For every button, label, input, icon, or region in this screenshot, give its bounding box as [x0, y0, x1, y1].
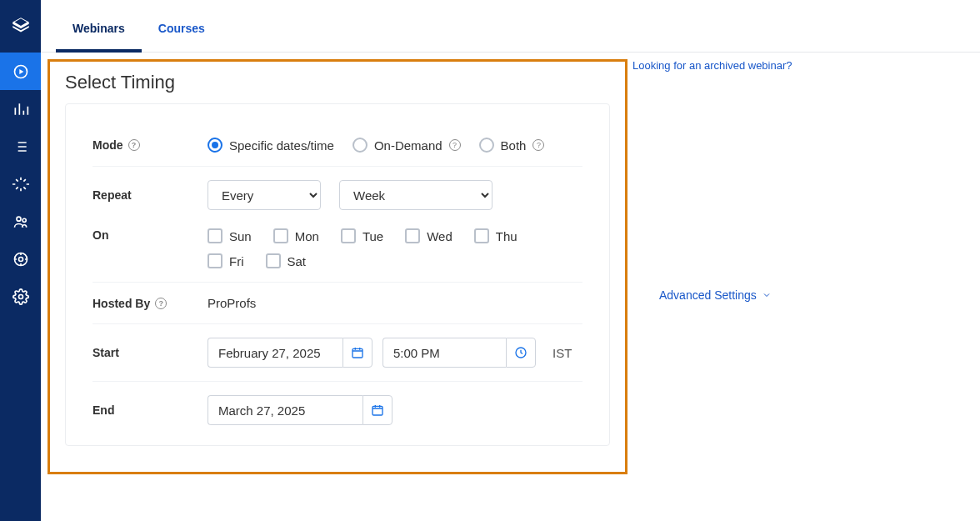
day-thu-label: Thu: [496, 229, 518, 243]
svg-point-2: [22, 218, 26, 222]
advanced-settings-toggle[interactable]: Advanced Settings: [659, 69, 772, 521]
start-time-input[interactable]: [382, 338, 506, 368]
days-of-week: Sun Mon Tue Wed Thu Fri Sat: [208, 228, 582, 268]
day-sun-label: Sun: [229, 229, 252, 243]
day-thu[interactable]: Thu: [474, 228, 518, 243]
timezone-label: IST: [552, 346, 572, 360]
body: Select Timing Mode ? Specific dates/time: [41, 53, 980, 521]
checkbox[interactable]: [405, 228, 420, 243]
svg-rect-6: [352, 348, 362, 358]
clock-icon[interactable]: [506, 338, 536, 368]
radio-both-label: Both: [501, 138, 527, 153]
repeat-controls: Every Week: [208, 180, 582, 210]
help-icon[interactable]: ?: [449, 139, 461, 151]
day-wed-label: Wed: [427, 229, 452, 243]
start-date-group: [208, 338, 372, 368]
rail-item-play[interactable]: [0, 53, 41, 90]
label-end: End: [92, 403, 208, 417]
icon-rail: [0, 0, 41, 521]
help-icon[interactable]: ?: [128, 139, 140, 151]
day-sat[interactable]: Sat: [266, 253, 307, 268]
archived-webinar-link[interactable]: Looking for an archived webinar?: [632, 59, 792, 72]
row-start: Start: [92, 324, 582, 382]
calendar-icon[interactable]: [362, 395, 392, 425]
chevron-down-icon: [762, 290, 772, 300]
checkbox[interactable]: [273, 228, 288, 243]
rail-item-integrations[interactable]: [0, 165, 41, 203]
day-fri[interactable]: Fri: [208, 253, 244, 268]
end-date-group: [208, 395, 392, 425]
mode-options: Specific dates/time On-Demand ? Both ?: [208, 138, 582, 153]
end-controls: [208, 395, 582, 425]
svg-rect-8: [372, 406, 382, 415]
day-tue[interactable]: Tue: [341, 228, 383, 243]
label-mode: Mode ?: [92, 138, 208, 152]
radio-specific-label: Specific dates/time: [229, 138, 334, 153]
rail-item-help[interactable]: [0, 240, 41, 278]
hosted-by-value: ProProfs: [208, 296, 256, 310]
label-on: On: [92, 228, 208, 242]
help-icon[interactable]: ?: [532, 139, 544, 151]
checkbox[interactable]: [208, 253, 222, 268]
svg-point-4: [18, 257, 22, 261]
timing-card: Mode ? Specific dates/time On-Demand ?: [65, 103, 610, 446]
label-mode-text: Mode: [92, 138, 123, 152]
top-tab-bar: Webinars Courses: [41, 0, 980, 53]
row-on: On Sun Mon Tue Wed Thu Fri Sat: [92, 215, 582, 283]
radio-on-demand[interactable]: On-Demand ?: [352, 138, 461, 153]
day-mon-label: Mon: [295, 229, 319, 243]
day-mon[interactable]: Mon: [273, 228, 319, 243]
tab-courses[interactable]: Courses: [142, 22, 222, 52]
app-logo: [0, 0, 41, 53]
end-date-input[interactable]: [208, 395, 362, 425]
checkbox[interactable]: [266, 253, 281, 268]
radio-circle-icon[interactable]: [208, 138, 222, 153]
rail-item-settings[interactable]: [0, 278, 41, 315]
row-mode: Mode ? Specific dates/time On-Demand ?: [92, 124, 582, 167]
start-date-input[interactable]: [208, 338, 342, 368]
label-hosted-by: Hosted By ?: [92, 297, 208, 310]
svg-point-5: [18, 294, 22, 298]
day-tue-label: Tue: [362, 229, 383, 243]
select-repeat-freq[interactable]: Every: [208, 180, 321, 210]
rail-item-analytics[interactable]: [0, 90, 41, 128]
row-repeat: Repeat Every Week: [92, 167, 582, 215]
radio-on-demand-label: On-Demand: [374, 138, 442, 153]
label-start: Start: [92, 346, 208, 359]
radio-both[interactable]: Both ?: [479, 138, 545, 153]
row-end: End: [92, 382, 582, 438]
calendar-icon[interactable]: [342, 338, 372, 368]
rail-item-users[interactable]: [0, 203, 41, 240]
checkbox[interactable]: [474, 228, 489, 243]
label-hosted-by-text: Hosted By: [92, 297, 150, 310]
start-controls: IST: [208, 338, 582, 368]
rail-item-list[interactable]: [0, 128, 41, 165]
day-wed[interactable]: Wed: [405, 228, 452, 243]
radio-specific[interactable]: Specific dates/time: [208, 138, 334, 153]
day-sun[interactable]: Sun: [208, 228, 252, 243]
day-sat-label: Sat: [288, 254, 307, 268]
timing-section-highlight: Select Timing Mode ? Specific dates/time: [48, 59, 628, 474]
label-repeat: Repeat: [92, 188, 208, 202]
svg-point-1: [17, 217, 21, 221]
checkbox[interactable]: [341, 228, 356, 243]
tab-webinars[interactable]: Webinars: [56, 22, 142, 52]
checkbox[interactable]: [208, 228, 222, 243]
main: Webinars Courses Select Timing Mode ? Sp…: [41, 0, 980, 521]
help-icon[interactable]: ?: [155, 298, 167, 309]
row-hosted-by: Hosted By ? ProProfs: [92, 283, 582, 324]
day-fri-label: Fri: [229, 254, 244, 268]
advanced-settings-label: Advanced Settings: [659, 288, 757, 302]
radio-circle-icon[interactable]: [479, 138, 494, 153]
radio-circle-icon[interactable]: [352, 138, 368, 153]
start-time-group: [382, 338, 536, 368]
section-title: Select Timing: [50, 62, 625, 103]
select-repeat-unit[interactable]: Week: [339, 180, 492, 210]
hosted-by-value-wrap: ProProfs: [208, 296, 582, 310]
